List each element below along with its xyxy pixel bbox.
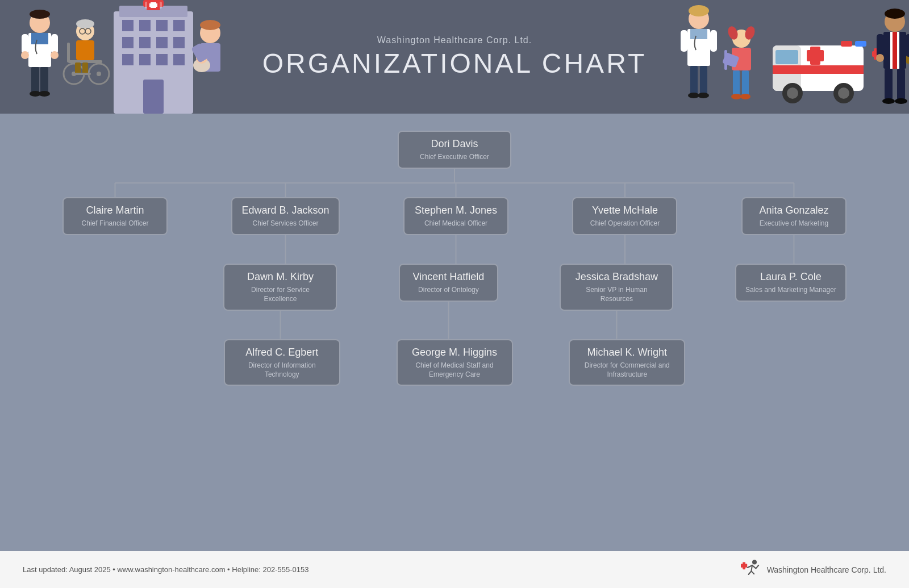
node-jessica-bradshaw: Jessica Bradshaw Senior VP in Human Reso… [560, 264, 673, 311]
l1-2-title: Chief Medical Officer [414, 219, 498, 228]
l1-4-name: Anita Gonzalez [752, 204, 836, 217]
footer: Last updated: August 2025 • www.washingt… [0, 551, 909, 588]
svg-point-10 [21, 51, 29, 59]
svg-rect-25 [82, 62, 88, 74]
svg-rect-35 [156, 37, 168, 48]
ceo-title: Chief Executive Officer [408, 153, 501, 162]
l3-1-title: Chief of Medical Staff and Emergency Car… [407, 361, 503, 379]
node-claire-martin: Claire Martin Chief Financial Officer [62, 197, 168, 235]
svg-rect-74 [733, 70, 740, 96]
svg-point-121 [752, 560, 757, 564]
col-yvette-mchale: Yvette McHale Chief Operation Officer [572, 197, 677, 235]
svg-rect-51 [143, 80, 164, 114]
svg-rect-91 [841, 41, 852, 47]
l2-2-title: Senior VP in Human Resources [570, 286, 663, 303]
col-alfred-egbert: Alfred C. Egbert Director of Information… [224, 339, 340, 386]
svg-rect-3 [31, 33, 48, 44]
svg-point-13 [76, 19, 94, 28]
svg-rect-97 [893, 32, 897, 69]
l3-2-title: Director for Commercial and Infrastructu… [579, 361, 675, 379]
svg-rect-75 [742, 70, 749, 96]
svg-rect-92 [855, 41, 866, 47]
l3-0-title: Director of Information Technology [234, 361, 330, 379]
l1-3-title: Chief Operation Officer [582, 219, 667, 228]
svg-rect-61 [690, 29, 707, 39]
svg-point-76 [731, 94, 741, 99]
spacer-1 [57, 169, 852, 197]
svg-point-77 [740, 94, 750, 99]
node-george-higgins: George M. Higgins Chief of Medical Staff… [397, 339, 513, 386]
svg-rect-50 [149, 3, 157, 7]
main-container: Washington Healthcare Corp. Ltd. ORGANIZ… [0, 0, 909, 588]
svg-point-59 [689, 5, 709, 16]
row-l3: Alfred C. Egbert Director of Information… [57, 339, 852, 386]
footer-logo-text: Washington Healthcare Corp. Ltd. [767, 565, 886, 574]
node-vincent-hatfield: Vincent Hatfield Director of Ontology [399, 264, 498, 302]
svg-rect-73 [724, 50, 727, 70]
svg-point-94 [885, 9, 905, 19]
node-placeholder-l2-0 [62, 264, 162, 302]
node-placeholder-l3-3 [741, 339, 847, 377]
svg-rect-5 [40, 67, 48, 93]
l3-1-name: George M. Higgins [407, 346, 503, 359]
node-michael-wright: Michael K. Wright Director for Commercia… [569, 339, 685, 386]
col-stephen-jones: Stephen M. Jones Chief Medical Officer [403, 197, 508, 235]
svg-point-86 [787, 87, 798, 99]
figure-left [0, 0, 239, 114]
header-subtitle: Washington Healthcare Corp. Ltd. [262, 35, 647, 45]
node-edward-jackson: Edward B. Jackson Chief Services Officer [231, 197, 339, 235]
l2-1-name: Vincent Hatfield [409, 270, 488, 283]
svg-rect-8 [22, 34, 28, 54]
svg-rect-80 [773, 65, 864, 74]
col-vincent-hatfield: Vincent Hatfield Director of Ontology [399, 264, 498, 311]
footer-logo-icon [739, 558, 761, 581]
svg-point-22 [97, 72, 101, 76]
l3-0-name: Alfred C. Egbert [234, 346, 330, 359]
l1-4-title: Executive of Marketing [752, 219, 836, 228]
svg-rect-9 [51, 34, 58, 54]
svg-rect-37 [122, 54, 134, 65]
row-l2: Dawn M. Kirby Director for Service Excel… [57, 264, 852, 311]
svg-point-88 [838, 87, 849, 99]
l1-0-name: Claire Martin [73, 204, 157, 217]
svg-rect-32 [173, 20, 185, 31]
svg-point-65 [698, 93, 709, 98]
l2-1-title: Director of Ontology [409, 286, 488, 295]
spacer-3 [57, 311, 852, 339]
header-title-area: Washington Healthcare Corp. Ltd. ORGANIZ… [262, 35, 647, 79]
col-anita-gonzalez: Anita Gonzalez Executive of Marketing [741, 197, 847, 235]
svg-rect-26 [73, 73, 91, 75]
svg-point-102 [882, 98, 895, 104]
svg-rect-24 [75, 62, 81, 74]
svg-rect-62 [690, 66, 698, 94]
row-ceo: Dori Davis Chief Executive Officer [57, 125, 852, 169]
svg-point-11 [51, 51, 59, 59]
svg-rect-23 [67, 43, 70, 62]
row-l1: Claire Martin Chief Financial Officer Ed… [57, 197, 852, 235]
svg-rect-4 [31, 67, 39, 93]
ceo-name: Dori Davis [408, 137, 501, 151]
chart-area: Dori Davis Chief Executive Officer Clair… [0, 114, 909, 551]
svg-rect-105 [906, 34, 909, 57]
svg-rect-33 [122, 37, 134, 48]
footer-text: Last updated: August 2025 • www.washingt… [23, 565, 308, 574]
svg-rect-66 [681, 30, 687, 52]
node-anita-gonzalez: Anita Gonzalez Executive of Marketing [741, 197, 847, 235]
col-george-higgins: George M. Higgins Chief of Medical Staff… [397, 339, 513, 386]
l2-0-title: Director for Service Excellence [233, 286, 327, 303]
col-laura-cole: Laura P. Cole Sales and Marketing Manage… [735, 264, 847, 311]
figure-right [665, 0, 909, 114]
l1-1-name: Edward B. Jackson [241, 204, 329, 217]
l1-0-title: Chief Financial Officer [73, 219, 157, 228]
svg-rect-67 [710, 30, 717, 52]
spacer-2 [57, 235, 852, 264]
svg-rect-40 [173, 54, 185, 65]
svg-rect-38 [139, 54, 151, 65]
header-title: ORGANIZATIONAL CHART [262, 48, 647, 79]
l2-3-name: Laura P. Cole [745, 270, 836, 283]
node-stephen-jones: Stephen M. Jones Chief Medical Officer [403, 197, 508, 235]
l1-1-title: Chief Services Officer [241, 219, 329, 228]
node-placeholder-l3-0 [62, 339, 168, 377]
node-laura-cole: Laura P. Cole Sales and Marketing Manage… [735, 264, 847, 302]
l1-3-name: Yvette McHale [582, 204, 667, 217]
